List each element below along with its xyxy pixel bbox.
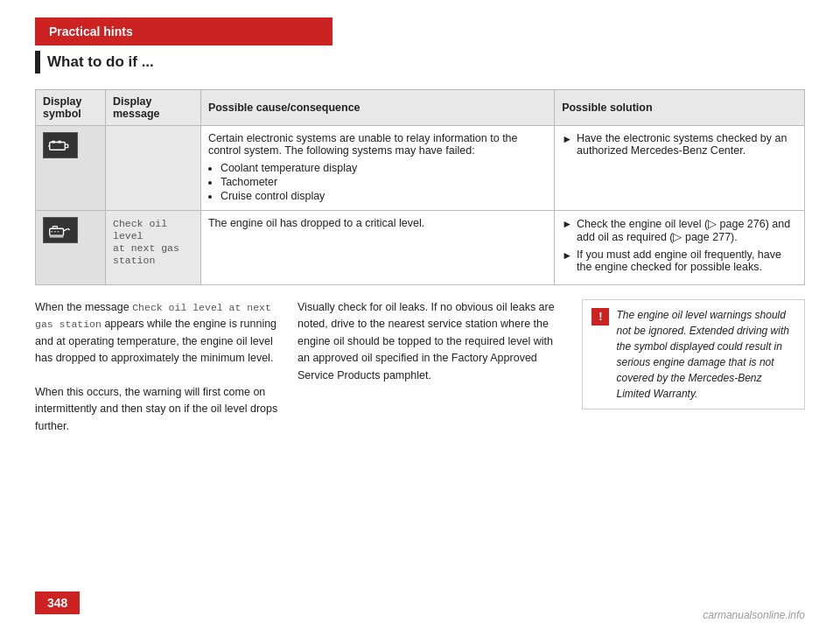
solution-item-2a: ► Check the engine oil level (▷ page 276… bbox=[562, 217, 797, 243]
header-title: Practical hints bbox=[49, 24, 133, 38]
oil-icon bbox=[48, 220, 73, 240]
arrow-icon-2b: ► bbox=[562, 249, 572, 262]
svg-rect-1 bbox=[52, 141, 55, 144]
col-header-cause: Possible cause/consequence bbox=[200, 90, 554, 126]
col-header-message: Display message bbox=[106, 90, 201, 126]
cause-cell-2: The engine oil has dropped to a critical… bbox=[200, 211, 554, 285]
bottom-left-para2: When this occurs, the warning will first… bbox=[35, 384, 280, 435]
engine-warning-symbol bbox=[43, 132, 78, 158]
message-cell-2: Check oil level at next gas station bbox=[106, 211, 201, 285]
solution-text-2b: If you must add engine oil frequently, h… bbox=[577, 248, 797, 273]
message-line1: Check oil level bbox=[113, 218, 167, 242]
oil-level-symbol bbox=[43, 217, 78, 243]
bullet-item: Tachometer bbox=[220, 176, 547, 188]
symbol-cell-2 bbox=[36, 211, 106, 285]
cause-cell-1: Certain electronic systems are unable to… bbox=[200, 126, 554, 211]
bottom-left: When the message Check oil level at next… bbox=[35, 299, 280, 435]
bottom-left-para1: When the message Check oil level at next… bbox=[35, 299, 280, 368]
solution-text-2a: Check the engine oil level (▷ page 276) … bbox=[577, 217, 797, 243]
solution-text-1: Have the electronic systems checked by a… bbox=[577, 132, 797, 157]
table-row: Check oil level at next gas station The … bbox=[36, 211, 805, 285]
bottom-right: ! The engine oil level warnings should n… bbox=[582, 299, 805, 435]
svg-rect-10 bbox=[52, 227, 57, 229]
table-row: Certain electronic systems are unable to… bbox=[36, 126, 805, 211]
warning-box: ! The engine oil level warnings should n… bbox=[582, 299, 805, 410]
message-cell-1 bbox=[106, 126, 201, 211]
solution-cell-1: ► Have the electronic systems checked by… bbox=[555, 126, 805, 211]
col-header-symbol: Display symbol bbox=[36, 90, 106, 126]
bullet-item: Coolant temperature display bbox=[220, 162, 547, 174]
cause-bullets-1: Coolant temperature display Tachometer C… bbox=[220, 162, 547, 202]
message-line2: at next gas station bbox=[113, 242, 179, 266]
section-title-bar bbox=[35, 51, 40, 74]
page-number: 348 bbox=[35, 592, 80, 614]
svg-line-9 bbox=[68, 228, 70, 230]
bottom-middle: Visually check for oil leaks. If no obvi… bbox=[298, 299, 564, 435]
warning-icon: ! bbox=[592, 308, 609, 326]
watermark: carmanualsonline.info bbox=[703, 609, 805, 621]
engine-icon bbox=[48, 136, 73, 155]
bottom-middle-text: Visually check for oil leaks. If no obvi… bbox=[298, 299, 564, 384]
warning-text: The engine oil level warnings should not… bbox=[616, 307, 795, 402]
bullet-item: Cruise control display bbox=[220, 190, 547, 202]
col-header-solution: Possible solution bbox=[555, 90, 805, 126]
svg-rect-2 bbox=[58, 141, 61, 144]
cause-text-2: The engine oil has dropped to a critical… bbox=[208, 217, 424, 229]
main-table: Display symbol Display message Possible … bbox=[35, 89, 805, 285]
symbol-cell-1 bbox=[36, 126, 106, 211]
table-header-row: Display symbol Display message Possible … bbox=[36, 90, 805, 126]
cause-text-1: Certain electronic systems are unable to… bbox=[208, 132, 518, 157]
section-title: What to do if ... bbox=[47, 53, 154, 71]
solution-item: ► Have the electronic systems checked by… bbox=[562, 132, 797, 157]
arrow-icon-2a: ► bbox=[562, 218, 572, 230]
svg-rect-0 bbox=[50, 143, 66, 150]
solution-item-2b: ► If you must add engine oil frequently,… bbox=[562, 248, 797, 273]
header-bar: Practical hints bbox=[35, 18, 332, 46]
bottom-section: When the message Check oil level at next… bbox=[35, 299, 805, 435]
svg-line-8 bbox=[64, 228, 68, 231]
arrow-icon: ► bbox=[562, 133, 572, 145]
solution-cell-2: ► Check the engine oil level (▷ page 276… bbox=[555, 211, 805, 285]
section-title-wrapper: What to do if ... bbox=[35, 51, 805, 74]
